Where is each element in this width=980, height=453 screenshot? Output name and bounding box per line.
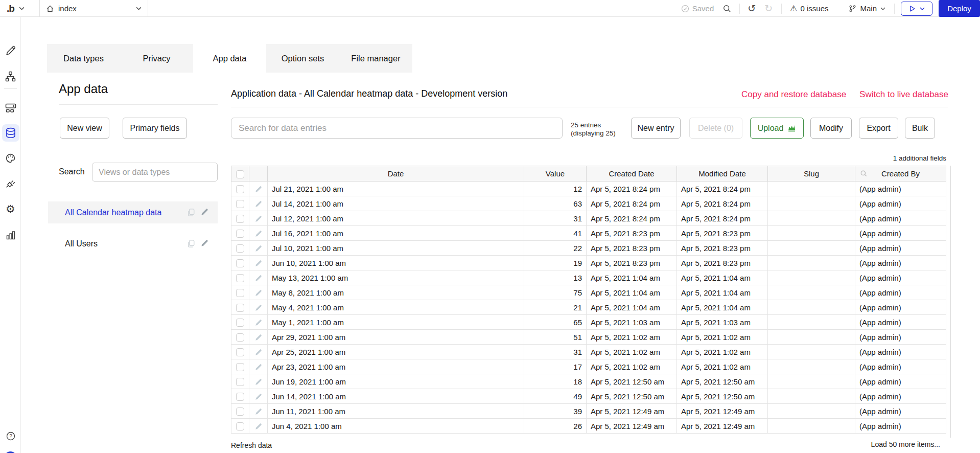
- cell-date[interactable]: Jul 10, 2021 1:00 am: [268, 241, 524, 256]
- column-header-value[interactable]: Value: [524, 166, 587, 182]
- row-select-cell[interactable]: [231, 315, 249, 330]
- cell-created-by[interactable]: (App admin): [855, 404, 946, 419]
- select-all-checkbox[interactable]: [236, 170, 244, 178]
- export-button[interactable]: Export: [859, 118, 898, 139]
- cell-slug[interactable]: [768, 374, 855, 389]
- cell-created-date[interactable]: Apr 5, 2021 1:03 am: [587, 315, 677, 330]
- cell-date[interactable]: Jun 19, 2021 1:00 am: [268, 374, 524, 389]
- components-icon[interactable]: [0, 102, 21, 113]
- row-edit-cell[interactable]: [249, 196, 268, 211]
- primary-fields-button[interactable]: Primary fields: [123, 118, 187, 139]
- cell-modified-date[interactable]: Apr 5, 2021 1:03 am: [677, 315, 768, 330]
- help-icon[interactable]: ?: [0, 431, 21, 441]
- issues-indicator[interactable]: ⚠ 0 issues: [782, 4, 849, 13]
- cell-created-date[interactable]: Apr 5, 2021 8:24 pm: [587, 196, 677, 211]
- row-checkbox[interactable]: [236, 230, 244, 238]
- cell-modified-date[interactable]: Apr 5, 2021 8:23 pm: [677, 226, 768, 241]
- edit-row-pencil-icon[interactable]: [254, 378, 262, 386]
- row-edit-cell[interactable]: [249, 300, 268, 315]
- design-pencil-icon[interactable]: [0, 46, 21, 56]
- cell-created-by[interactable]: (App admin): [855, 241, 946, 256]
- column-header-created-date[interactable]: Created Date: [587, 166, 677, 182]
- cell-value[interactable]: 39: [524, 404, 587, 419]
- edit-row-pencil-icon[interactable]: [254, 186, 262, 193]
- cell-created-date[interactable]: Apr 5, 2021 8:24 pm: [587, 211, 677, 226]
- cell-value[interactable]: 22: [524, 241, 587, 256]
- cell-slug[interactable]: [768, 226, 855, 241]
- row-edit-cell[interactable]: [249, 241, 268, 256]
- data-entries-search-input[interactable]: [231, 118, 563, 139]
- column-header-slug[interactable]: Slug: [768, 166, 855, 182]
- column-header-created-by[interactable]: Created By: [855, 166, 946, 182]
- cell-slug[interactable]: [768, 196, 855, 211]
- cell-modified-date[interactable]: Apr 5, 2021 12:50 am: [677, 389, 768, 404]
- row-select-cell[interactable]: [231, 226, 249, 241]
- cell-value[interactable]: 21: [524, 300, 587, 315]
- row-select-cell[interactable]: [231, 256, 249, 270]
- edit-row-pencil-icon[interactable]: [254, 289, 262, 297]
- row-checkbox[interactable]: [236, 333, 244, 342]
- preview-run-button[interactable]: [901, 2, 932, 16]
- edit-row-pencil-icon[interactable]: [254, 230, 262, 238]
- row-checkbox[interactable]: [236, 200, 244, 208]
- row-select-cell[interactable]: [231, 182, 249, 196]
- view-item-calendar-heatmap[interactable]: All Calendar heatmap data: [48, 201, 218, 223]
- row-checkbox[interactable]: [236, 185, 244, 193]
- table-scrollbar-track[interactable]: [950, 166, 951, 438]
- cell-date[interactable]: May 13, 2021 1:00 am: [268, 270, 524, 285]
- cell-created-by[interactable]: (App admin): [855, 226, 946, 241]
- edit-pencil-icon[interactable]: [200, 208, 208, 216]
- edit-row-pencil-icon[interactable]: [254, 423, 262, 431]
- undo-icon[interactable]: ↺: [748, 4, 756, 13]
- cell-date[interactable]: Apr 23, 2021 1:00 am: [268, 359, 524, 374]
- additional-fields-note[interactable]: 1 additional fields: [893, 154, 946, 162]
- edit-row-pencil-icon[interactable]: [254, 349, 262, 356]
- cell-value[interactable]: 31: [524, 211, 587, 226]
- edit-row-pencil-icon[interactable]: [254, 275, 262, 282]
- row-checkbox[interactable]: [236, 304, 244, 312]
- select-all-header[interactable]: [231, 166, 249, 182]
- cell-created-by[interactable]: (App admin): [855, 270, 946, 285]
- row-select-cell[interactable]: [231, 345, 249, 359]
- cell-created-date[interactable]: Apr 5, 2021 1:04 am: [587, 300, 677, 315]
- row-checkbox[interactable]: [236, 422, 244, 431]
- view-item-all-users[interactable]: All Users: [48, 233, 218, 255]
- cell-slug[interactable]: [768, 285, 855, 300]
- tab-app-data[interactable]: App data: [193, 44, 266, 73]
- row-checkbox[interactable]: [236, 378, 244, 386]
- row-edit-cell[interactable]: [249, 256, 268, 270]
- row-select-cell[interactable]: [231, 211, 249, 226]
- cell-date[interactable]: Jun 14, 2021 1:00 am: [268, 389, 524, 404]
- edit-row-pencil-icon[interactable]: [254, 200, 262, 208]
- row-select-cell[interactable]: [231, 300, 249, 315]
- cell-modified-date[interactable]: Apr 5, 2021 1:04 am: [677, 285, 768, 300]
- row-checkbox[interactable]: [236, 393, 244, 401]
- cell-created-by[interactable]: (App admin): [855, 359, 946, 374]
- bulk-button[interactable]: Bulk: [905, 118, 935, 139]
- cell-modified-date[interactable]: Apr 5, 2021 1:02 am: [677, 330, 768, 345]
- row-select-cell[interactable]: [231, 404, 249, 419]
- row-edit-cell[interactable]: [249, 345, 268, 359]
- cell-created-date[interactable]: Apr 5, 2021 12:50 am: [587, 389, 677, 404]
- edit-row-pencil-icon[interactable]: [254, 319, 262, 327]
- tab-option-sets[interactable]: Option sets: [266, 44, 339, 73]
- cell-created-date[interactable]: Apr 5, 2021 1:02 am: [587, 345, 677, 359]
- cell-date[interactable]: Jun 4, 2021 1:00 am: [268, 419, 524, 434]
- row-checkbox[interactable]: [236, 274, 244, 282]
- cell-value[interactable]: 26: [524, 419, 587, 434]
- cell-created-by[interactable]: (App admin): [855, 182, 946, 196]
- cell-created-date[interactable]: Apr 5, 2021 1:04 am: [587, 285, 677, 300]
- row-edit-cell[interactable]: [249, 419, 268, 434]
- edit-row-pencil-icon[interactable]: [254, 260, 262, 267]
- cell-date[interactable]: May 8, 2021 1:00 am: [268, 285, 524, 300]
- cell-value[interactable]: 17: [524, 359, 587, 374]
- cell-date[interactable]: Apr 29, 2021 1:00 am: [268, 330, 524, 345]
- cell-slug[interactable]: [768, 270, 855, 285]
- cell-date[interactable]: May 1, 2021 1:00 am: [268, 315, 524, 330]
- cell-created-date[interactable]: Apr 5, 2021 12:50 am: [587, 374, 677, 389]
- views-search-input[interactable]: [92, 163, 218, 182]
- cell-created-date[interactable]: Apr 5, 2021 1:04 am: [587, 270, 677, 285]
- edit-row-pencil-icon[interactable]: [254, 393, 262, 401]
- cell-date[interactable]: Jul 16, 2021 1:00 am: [268, 226, 524, 241]
- cell-date[interactable]: Jul 12, 2021 1:00 am: [268, 211, 524, 226]
